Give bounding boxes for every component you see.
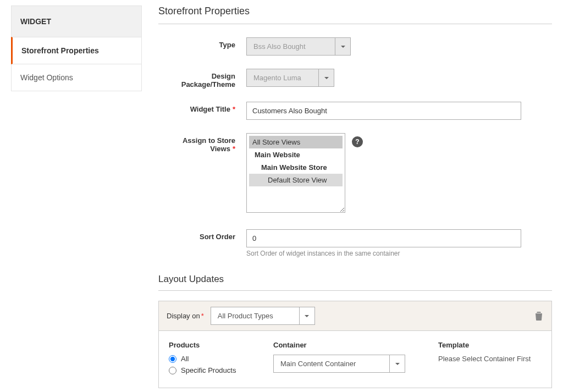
sort-order-input[interactable] bbox=[246, 229, 521, 247]
layout-update-block: Display on* All Product Types Products A… bbox=[158, 301, 552, 388]
help-icon[interactable]: ? bbox=[352, 136, 363, 147]
chevron-down-icon bbox=[318, 69, 334, 86]
type-value: Bss Also Bought bbox=[247, 42, 335, 51]
sidebar-item-storefront-properties[interactable]: Storefront Properties bbox=[11, 37, 142, 64]
display-on-label: Display on* bbox=[167, 312, 204, 320]
container-select[interactable]: Main Content Container bbox=[273, 355, 405, 373]
store-views-select[interactable]: All Store Views Main Website Main Websit… bbox=[246, 133, 345, 213]
theme-value: Magento Luma bbox=[247, 74, 318, 82]
theme-label: Design Package/Theme bbox=[158, 69, 246, 89]
template-col-head: Template bbox=[438, 341, 531, 349]
widget-title-label: Widget Title* bbox=[158, 102, 246, 120]
products-col-head: Products bbox=[169, 341, 251, 349]
template-text: Please Select Container First bbox=[438, 355, 531, 363]
main-content: Storefront Properties Type Bss Also Boug… bbox=[158, 5, 552, 392]
store-views-label: Assign to Store Views* bbox=[158, 133, 246, 213]
store-view-default[interactable]: Default Store View bbox=[249, 174, 343, 186]
products-radio-specific-input[interactable] bbox=[169, 367, 176, 374]
container-value: Main Content Container bbox=[274, 360, 389, 368]
products-radio-specific[interactable]: Specific Products bbox=[169, 366, 251, 374]
display-on-select[interactable]: All Product Types bbox=[211, 307, 315, 325]
products-radio-all[interactable]: All bbox=[169, 355, 251, 363]
store-view-website: Main Website bbox=[249, 148, 343, 161]
theme-select: Magento Luma bbox=[246, 69, 334, 87]
section-title: Storefront Properties bbox=[158, 5, 552, 24]
sidebar: WIDGET Storefront Properties Widget Opti… bbox=[11, 5, 142, 392]
sidebar-item-widget-options[interactable]: Widget Options bbox=[11, 64, 142, 91]
type-select: Bss Also Bought bbox=[246, 37, 351, 56]
type-label: Type bbox=[158, 37, 246, 56]
trash-icon bbox=[535, 312, 543, 321]
chevron-down-icon bbox=[389, 355, 405, 372]
chevron-down-icon bbox=[335, 38, 350, 55]
store-view-store: Main Website Store bbox=[249, 161, 343, 174]
products-radio-all-input[interactable] bbox=[169, 355, 176, 363]
sidebar-header: WIDGET bbox=[11, 5, 142, 37]
delete-layout-update-button[interactable] bbox=[534, 311, 544, 322]
layout-updates-title: Layout Updates bbox=[158, 274, 552, 291]
display-on-value: All Product Types bbox=[211, 312, 299, 320]
sort-order-label: Sort Order bbox=[158, 229, 246, 257]
container-col-head: Container bbox=[273, 341, 416, 349]
sort-order-note: Sort Order of widget instances in the sa… bbox=[246, 250, 552, 257]
store-view-all[interactable]: All Store Views bbox=[249, 136, 343, 148]
widget-title-input[interactable] bbox=[246, 102, 521, 120]
chevron-down-icon bbox=[299, 307, 314, 324]
